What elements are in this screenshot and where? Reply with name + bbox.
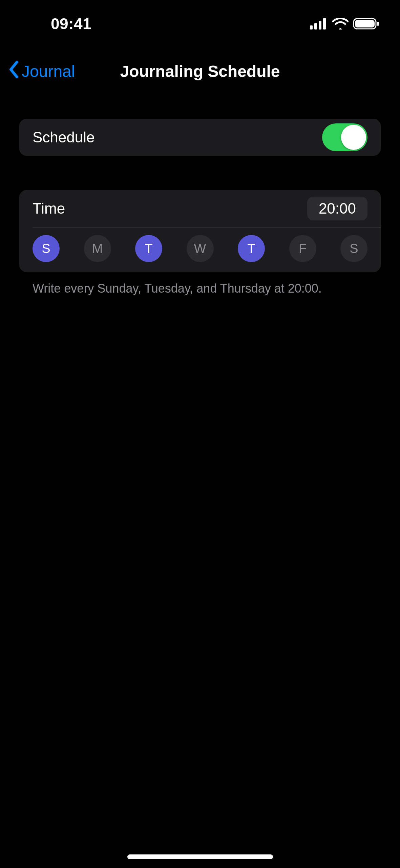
wifi-icon — [332, 18, 349, 29]
time-row: Time 20:00 — [19, 190, 381, 227]
svg-rect-0 — [310, 25, 313, 29]
back-button[interactable]: Journal — [8, 61, 75, 82]
schedule-toggle-row: Schedule — [19, 119, 381, 156]
home-indicator[interactable] — [127, 854, 273, 859]
status-bar: 09:41 — [0, 0, 400, 47]
schedule-toggle-label: Schedule — [33, 129, 94, 146]
schedule-toggle[interactable] — [322, 123, 367, 151]
schedule-summary: Write every Sunday, Tuesday, and Thursda… — [19, 280, 381, 297]
nav-bar: Journal Journaling Schedule — [0, 51, 400, 92]
toggle-knob — [341, 125, 366, 150]
day-button-tue[interactable]: T — [135, 235, 162, 262]
time-label: Time — [33, 200, 65, 217]
svg-rect-1 — [314, 23, 317, 29]
svg-rect-5 — [355, 20, 375, 27]
svg-rect-2 — [319, 21, 321, 29]
day-button-wed[interactable]: W — [187, 235, 214, 262]
day-button-fri[interactable]: F — [289, 235, 316, 262]
schedule-toggle-group: Schedule — [19, 119, 381, 156]
day-button-thu[interactable]: T — [238, 235, 265, 262]
time-picker[interactable]: 20:00 — [307, 197, 367, 220]
day-button-sat[interactable]: S — [340, 235, 367, 262]
status-time: 09:41 — [51, 15, 91, 33]
time-days-group: Time 20:00 S M T W T F S — [19, 190, 381, 272]
chevron-left-icon — [8, 61, 20, 82]
battery-icon — [353, 18, 380, 30]
days-row: S M T W T F S — [19, 228, 381, 272]
status-icons — [310, 18, 380, 30]
svg-rect-6 — [377, 22, 379, 26]
day-button-mon[interactable]: M — [84, 235, 111, 262]
day-button-sun[interactable]: S — [33, 235, 60, 262]
content: Schedule Time 20:00 S M T W T F S Write … — [0, 119, 400, 297]
cellular-icon — [310, 18, 328, 29]
back-label: Journal — [22, 62, 75, 81]
svg-rect-3 — [323, 18, 326, 29]
